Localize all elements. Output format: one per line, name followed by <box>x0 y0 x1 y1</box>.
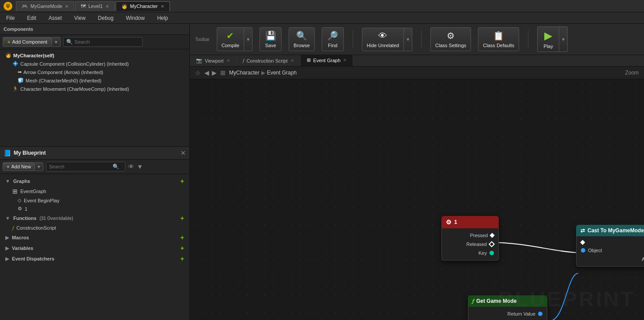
add-new-arrow[interactable]: ▼ <box>35 162 43 171</box>
node-cast-body: Object Cast Failed As My Game Mode <box>576 236 644 267</box>
sub-event-beginplay[interactable]: ◇ Event BeginPlay <box>2 196 188 205</box>
node-cast-mygamemode[interactable]: ⇄ Cast To MyGameMode <box>576 225 644 267</box>
menu-help[interactable]: Help <box>154 14 171 22</box>
components-header: Components <box>0 24 189 35</box>
tab-mycharacter-label: MyCharacter <box>130 4 158 9</box>
tab-event-graph[interactable]: ⊞ Event Graph ✕ <box>301 55 354 66</box>
breadcrumb-grid-icon: ⊞ <box>220 69 226 76</box>
cast-asmygamemode-row: As My Game Mode <box>576 255 644 264</box>
play-arrow[interactable]: ▼ <box>559 26 568 52</box>
viewport-tab-close[interactable]: ✕ <box>226 58 230 63</box>
eventgraph-tab-close[interactable]: ✕ <box>343 58 346 63</box>
add-component-button-group: + Add Component ▼ <box>3 37 60 47</box>
class-defaults-icon: 📋 <box>493 30 504 41</box>
blueprint-watermark: BLUEPRINT <box>498 287 635 311</box>
eye-button[interactable]: 👁 <box>128 163 134 170</box>
filter-button[interactable]: ▼ <box>137 163 143 170</box>
dispatchers-add-button[interactable]: + <box>181 255 184 262</box>
tree-item-mycharacter[interactable]: 🧑 MyCharacter(self) <box>2 51 188 60</box>
compile-arrow[interactable]: ▼ <box>244 27 252 51</box>
graphs-arrow: ▼ <box>5 179 10 184</box>
breadcrumb-star[interactable]: ☆ <box>195 69 201 76</box>
menu-file[interactable]: File <box>4 14 17 22</box>
variables-add-button[interactable]: + <box>181 245 184 252</box>
tab-construction-script[interactable]: 𝑓 Construction Script ✕ <box>237 55 301 66</box>
construction-tab-icon: 𝑓 <box>243 58 244 63</box>
eventgraph-tab-icon: ⊞ <box>307 57 311 63</box>
sub-node-1[interactable]: ⚙ 1 <box>2 205 188 213</box>
return-value-pin[interactable] <box>538 312 542 316</box>
node-input-1[interactable]: ⚙ 1 Pressed <box>441 216 499 260</box>
find-icon: 🔎 <box>327 30 338 41</box>
tree-item-arrow[interactable]: ➡ Arrow Component (Arrow) (Inherited) <box>2 68 188 76</box>
section-graphs[interactable]: ▼ Graphs + <box>2 176 188 186</box>
blueprint-panel-close[interactable]: ✕ <box>181 149 186 156</box>
released-pin[interactable] <box>489 241 495 247</box>
save-icon: 💾 <box>265 30 276 41</box>
eventgraph-label: EventGraph <box>20 189 46 194</box>
cast-object-in-pin[interactable] <box>581 248 585 253</box>
beginplay-icon: ◇ <box>18 197 21 203</box>
hide-unrelated-button-group: 👁 Hide Unrelated ▼ <box>362 28 412 51</box>
breadcrumb-bar: ☆ ◀ ▶ ⊞ MyCharacter ▶ Event Graph Zoom <box>190 67 644 79</box>
tab-mygamemode-close[interactable]: ✕ <box>65 4 68 9</box>
components-search-box[interactable]: 🔍 <box>63 37 143 47</box>
node-input-key-row: Key <box>442 249 498 257</box>
pressed-pin[interactable] <box>490 233 494 238</box>
breadcrumb-event-graph[interactable]: Event Graph <box>267 70 297 76</box>
sub-eventgraph[interactable]: ⊞ EventGraph <box>2 186 188 196</box>
cast-exec-in-pin[interactable] <box>580 240 585 245</box>
section-macros[interactable]: ▶ Macros + <box>2 232 188 243</box>
macros-add-button[interactable]: + <box>181 234 184 241</box>
functions-add-button[interactable]: + <box>181 215 184 222</box>
breadcrumb-mycharacter[interactable]: MyCharacter <box>229 70 260 76</box>
save-label: Save <box>265 43 276 48</box>
toolbar-sep1 <box>353 30 353 48</box>
tab-mygamemode[interactable]: 🎮 MyGameMode ✕ <box>16 1 74 11</box>
menu-view[interactable]: View <box>72 14 88 22</box>
save-button[interactable]: 💾 Save <box>260 27 282 51</box>
tab-level1-close[interactable]: ✕ <box>105 4 109 9</box>
section-functions[interactable]: ▼ Functions (31 Overridable) + <box>2 213 188 223</box>
tree-item-mesh[interactable]: 🧊 Mesh (CharacterMesh0) (Inherited) <box>2 76 188 85</box>
tab-level1[interactable]: 🗺 Level1 ✕ <box>75 1 114 11</box>
tab-viewport[interactable]: 📷 Viewport ✕ <box>190 55 237 66</box>
play-button[interactable]: ▶ Play <box>537 26 559 52</box>
capsule-icon: 💠 <box>12 61 19 67</box>
add-component-button[interactable]: + Add Component <box>3 37 52 47</box>
tree-item-movement[interactable]: 🏃 Character Movement (CharMoveComp) (Inh… <box>2 85 188 93</box>
hide-unrelated-button[interactable]: 👁 Hide Unrelated <box>362 28 404 51</box>
key-pin[interactable] <box>490 251 494 255</box>
tab-mycharacter-close[interactable]: ✕ <box>161 4 164 9</box>
main-layout: Components + Add Component ▼ 🔍 🧑 MyChara… <box>0 24 644 320</box>
section-variables[interactable]: ▶ Variables + <box>2 243 188 253</box>
tab-mycharacter[interactable]: 🧑 MyCharacter ✕ <box>116 1 170 11</box>
add-component-arrow[interactable]: ▼ <box>52 37 60 47</box>
breadcrumb-path: MyCharacter ▶ Event Graph <box>229 70 297 76</box>
sub-construction-script[interactable]: 𝑓 ConstructionScript <box>2 223 188 232</box>
find-button[interactable]: 🔎 Find <box>322 27 344 51</box>
blueprint-canvas[interactable]: ⚙ 1 Pressed <box>190 79 644 320</box>
browse-button[interactable]: 🔍 Browse <box>289 27 315 51</box>
menu-debug[interactable]: Debug <box>95 14 116 22</box>
blueprint-search-box[interactable]: 🔍 <box>46 162 125 171</box>
blueprint-search-input[interactable] <box>49 164 111 169</box>
add-new-button[interactable]: + Add New <box>3 162 35 171</box>
section-event-dispatchers[interactable]: ▶ Event Dispatchers + <box>2 253 188 264</box>
pressed-pin-row: Pressed <box>470 233 494 238</box>
breadcrumb-back[interactable]: ◀ <box>204 69 209 76</box>
components-search-input[interactable] <box>75 39 136 45</box>
hide-unrelated-arrow[interactable]: ▼ <box>404 28 412 51</box>
menu-edit[interactable]: Edit <box>24 14 39 22</box>
add-new-button-group: + Add New ▼ <box>3 162 43 171</box>
class-defaults-button[interactable]: 📋 Class Defaults <box>478 27 519 51</box>
class-settings-button[interactable]: ⚙ Class Settings <box>430 27 471 51</box>
browse-icon: 🔍 <box>296 30 307 41</box>
tree-item-capsule[interactable]: 💠 Capsule Component (CollisionCylinder) … <box>2 60 188 68</box>
menu-window[interactable]: Window <box>123 14 147 22</box>
graphs-add-button[interactable]: + <box>181 178 184 185</box>
menu-asset[interactable]: Asset <box>46 14 64 22</box>
breadcrumb-forward[interactable]: ▶ <box>212 69 217 76</box>
compile-button[interactable]: ✔ Compile <box>217 27 244 51</box>
construction-tab-close[interactable]: ✕ <box>290 58 294 63</box>
